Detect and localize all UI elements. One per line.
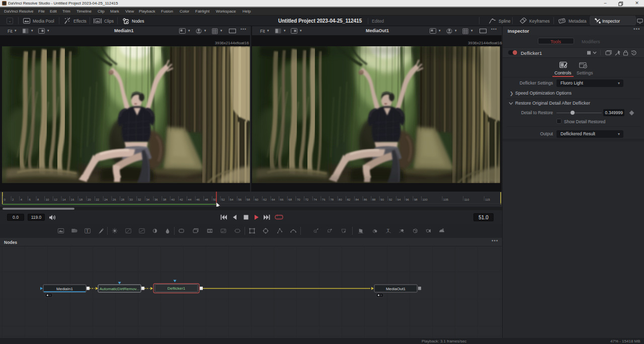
svg-text:22: 22 — [96, 198, 100, 201]
svg-text:105: 105 — [443, 198, 449, 201]
svg-text:24: 24 — [104, 198, 108, 201]
svg-text:68: 68 — [288, 198, 292, 201]
svg-text:Deflicker1: Deflicker1 — [168, 286, 186, 291]
svg-text:14: 14 — [62, 198, 66, 201]
svg-text:38: 38 — [163, 198, 167, 201]
svg-text:18: 18 — [79, 198, 83, 201]
svg-text:94: 94 — [397, 198, 401, 201]
svg-text:32: 32 — [138, 198, 141, 201]
svg-text:4: 4 — [21, 198, 23, 201]
svg-text:90: 90 — [380, 198, 384, 201]
svg-text:96: 96 — [406, 198, 409, 201]
svg-text:28: 28 — [121, 198, 125, 201]
svg-text:56: 56 — [238, 198, 242, 201]
svg-text:36: 36 — [154, 198, 158, 201]
svg-text:82: 82 — [347, 198, 351, 201]
svg-text:76: 76 — [322, 198, 326, 201]
svg-text:20: 20 — [88, 198, 91, 201]
svg-text:MediaIn1: MediaIn1 — [56, 287, 73, 291]
svg-text:10: 10 — [46, 198, 49, 201]
svg-text:86: 86 — [364, 198, 367, 201]
svg-text:92: 92 — [389, 198, 392, 201]
svg-text:40: 40 — [171, 198, 175, 201]
svg-text:26: 26 — [113, 198, 116, 201]
svg-text:78: 78 — [331, 198, 334, 201]
svg-text:42: 42 — [180, 198, 183, 201]
svg-text:100: 100 — [423, 198, 428, 201]
svg-text:88: 88 — [372, 198, 376, 201]
svg-text:AutomaticDirtRemov...: AutomaticDirtRemov... — [100, 287, 139, 291]
svg-text:44: 44 — [188, 198, 192, 201]
svg-text:0: 0 — [4, 198, 6, 201]
svg-text:74: 74 — [313, 198, 317, 201]
svg-text:64: 64 — [272, 198, 275, 201]
svg-text:46: 46 — [196, 198, 200, 201]
svg-text:60: 60 — [255, 198, 259, 201]
svg-text:98: 98 — [414, 198, 418, 201]
svg-text:115: 115 — [485, 198, 490, 201]
svg-text:12: 12 — [54, 198, 57, 201]
svg-text:70: 70 — [297, 198, 300, 201]
svg-text:52: 52 — [221, 198, 225, 201]
svg-text:34: 34 — [146, 198, 149, 201]
svg-text:72: 72 — [305, 198, 309, 201]
svg-text:58: 58 — [247, 198, 250, 201]
svg-text:48: 48 — [205, 198, 208, 201]
svg-text:2: 2 — [12, 198, 14, 201]
svg-text:T: T — [86, 229, 89, 233]
svg-text:8: 8 — [37, 198, 39, 201]
svg-text:62: 62 — [263, 198, 267, 201]
svg-text:16: 16 — [71, 198, 74, 201]
svg-text:66: 66 — [280, 198, 284, 201]
svg-text:MediaOut1: MediaOut1 — [386, 287, 406, 291]
svg-text:54: 54 — [230, 198, 233, 201]
svg-text:80: 80 — [339, 198, 342, 201]
svg-text:6: 6 — [29, 198, 31, 201]
svg-text:84: 84 — [355, 198, 359, 201]
svg-text:110: 110 — [464, 198, 469, 201]
svg-text:30: 30 — [129, 198, 133, 201]
